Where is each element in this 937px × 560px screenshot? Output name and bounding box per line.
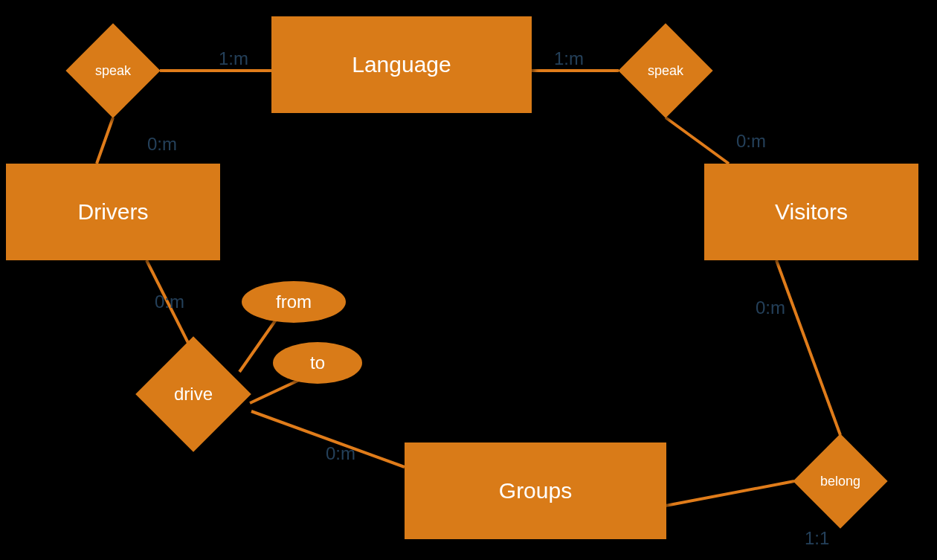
relationship-label: speak [95,63,131,79]
relationship-speak-right: speak [632,37,699,104]
attribute-to: to [273,342,362,384]
cardinality-belong-visitors: 0:m [756,297,785,318]
entity-label: Visitors [775,199,848,225]
attribute-label: to [310,353,325,373]
relationship-label: belong [820,474,860,489]
entity-drivers: Drivers [6,164,220,260]
entity-label: Language [352,52,451,77]
entity-label: Groups [499,478,572,503]
relationship-label: speak [648,63,683,79]
relationship-label: drive [174,384,213,405]
entity-groups: Groups [405,442,666,539]
entity-label: Drivers [78,199,149,225]
cardinality-speak-left-language: 1:m [219,48,248,69]
relationship-speak-left: speak [80,37,146,104]
cardinality-speak-right-language: 1:m [554,48,584,69]
cardinality-drive-groups: 0:m [326,443,355,464]
cardinality-speak-right-visitors: 0:m [736,131,766,152]
cardinality-belong-groups: 1:1 [805,528,829,549]
attribute-label: from [276,292,312,312]
attribute-from: from [242,281,346,323]
entity-visitors: Visitors [704,164,918,260]
svg-line-9 [666,481,794,506]
relationship-belong: belong [807,448,874,515]
svg-line-3 [666,118,729,164]
er-diagram: Language Drivers Visitors Groups speak s… [0,0,937,560]
cardinality-drive-drivers: 0:m [155,292,184,312]
entity-language: Language [271,16,532,113]
relationship-drive: drive [152,353,234,435]
svg-line-8 [776,260,840,435]
svg-line-1 [97,118,113,164]
cardinality-speak-left-drivers: 0:m [147,134,177,155]
